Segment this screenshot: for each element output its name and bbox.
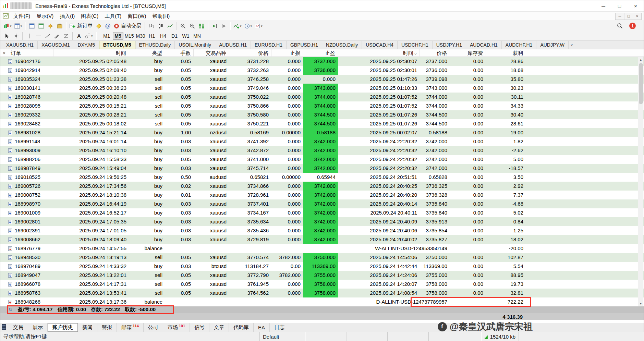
chart-tab-13[interactable]: AUDCAD,H1 xyxy=(466,41,502,49)
table-row[interactable]: 1689911482025.09.24 16:01:14buy0.03xauus… xyxy=(0,137,644,146)
new-chart-button[interactable]: ▾ xyxy=(2,22,13,31)
column-header-swap[interactable]: 库存费 xyxy=(450,49,486,58)
templates-button[interactable]: ▾ xyxy=(253,22,264,31)
chart-tab-11[interactable]: USDCHF,H1 xyxy=(398,41,433,49)
text-tool-button[interactable]: A xyxy=(74,32,84,40)
timeframe-d1-button[interactable]: D1 xyxy=(169,32,180,40)
table-row[interactable]: 1689882062025.09.24 15:58:33buy0.05xauus… xyxy=(0,155,644,164)
scroll-up-icon[interactable]: ▲ xyxy=(638,57,644,62)
table-row[interactable]: 1689989702025.09.24 16:44:19buy0.03xauus… xyxy=(0,199,644,208)
table-row[interactable]: 1690028012025.09.24 17:05:35buy0.03xauus… xyxy=(0,217,644,226)
chart-tab-12[interactable]: USDJPY,H1 xyxy=(433,41,466,49)
timeframe-m5-button[interactable]: M5 xyxy=(113,32,123,40)
terminal-button[interactable] xyxy=(55,22,64,31)
chart-tab-9[interactable]: NZDUSD,Daily xyxy=(322,41,362,49)
new-order-button[interactable]: 新订单 xyxy=(68,22,94,31)
bar-chart-button[interactable] xyxy=(147,22,156,31)
timeframe-m15-button[interactable]: M15 xyxy=(124,32,135,40)
timeframe-m30-button[interactable]: M30 xyxy=(135,32,146,40)
profiles-button[interactable]: ▾ xyxy=(13,22,24,31)
trendline-tool-button[interactable] xyxy=(43,32,52,40)
candlestick-chart-button[interactable] xyxy=(156,22,165,31)
mdi-restore-button[interactable]: □ xyxy=(624,13,633,20)
column-header-close-price[interactable]: 价格 xyxy=(420,49,450,58)
column-header-sl[interactable]: 止损 xyxy=(271,49,303,58)
table-row[interactable]: 1690087522025.09.24 18:10:38buy0.01xauus… xyxy=(0,191,644,199)
table-row[interactable]: 1689767792025.09.24 14:57:55balanceW-ALL… xyxy=(0,244,644,253)
chart-tab-1[interactable]: XAGUSD,M1 xyxy=(38,41,74,49)
metaeditor-button[interactable] xyxy=(94,22,103,31)
chart-shift-button[interactable] xyxy=(219,22,228,31)
bottom-tab-6[interactable]: 公司 xyxy=(144,323,163,332)
channel-tool-button[interactable] xyxy=(52,32,61,40)
chart-tab-2[interactable]: DXY,M5 xyxy=(74,41,99,49)
timeframe-w1-button[interactable]: W1 xyxy=(181,32,191,40)
table-row[interactable]: 1690010092025.09.24 16:52:17buy0.03xauus… xyxy=(0,208,644,217)
vertical-scrollbar[interactable]: ▲ ▼ xyxy=(638,57,643,306)
menu-item-5[interactable]: 窗口(W) xyxy=(124,12,149,21)
menu-item-4[interactable]: 工具(T) xyxy=(101,12,124,21)
bottom-tab-5[interactable]: 邮箱114 xyxy=(117,323,144,332)
column-header-lots[interactable]: 手数 xyxy=(165,49,194,58)
bottom-tab-7[interactable]: 市场101 xyxy=(163,323,190,332)
periods-button[interactable]: ▾ xyxy=(243,22,254,31)
table-row[interactable]: 1689490472025.09.24 13:22:01sell0.05xauu… xyxy=(0,271,644,280)
bottom-tab-11[interactable]: EA xyxy=(254,323,270,332)
chart-tab-5[interactable]: USOIL,Monthly xyxy=(175,41,215,49)
column-header-symbol[interactable]: 交易品种 xyxy=(194,49,229,58)
auto-scroll-button[interactable] xyxy=(210,22,219,31)
community-button[interactable]: @ xyxy=(103,22,112,31)
bottom-tab-12[interactable]: 日志 xyxy=(270,323,289,332)
table-row[interactable]: 1690293322025.09.25 00:28:21sell0.05xauu… xyxy=(0,110,644,119)
table-row[interactable]: 1690284822025.09.25 00:18:02sell0.05xauu… xyxy=(0,119,644,128)
data-window-button[interactable] xyxy=(36,22,46,31)
timeframe-h1-button[interactable]: H1 xyxy=(147,32,157,40)
table-row[interactable]: 1689704892025.09.24 14:33:32buy0.03btcus… xyxy=(0,262,644,271)
menu-item-2[interactable]: 插入(I) xyxy=(57,12,78,21)
bottom-tab-3[interactable]: 新闻 xyxy=(78,323,97,332)
column-header-type[interactable]: 类型 xyxy=(129,49,165,58)
menu-item-1[interactable]: 显示(V) xyxy=(33,12,57,21)
autotrade-button[interactable]: 自动交易 xyxy=(112,22,143,31)
crosshair-tool-button[interactable] xyxy=(11,32,21,40)
table-row[interactable]: 1689485302025.09.24 13:19:13sell0.05xauu… xyxy=(0,253,644,262)
chart-tab-10[interactable]: USDCAD,H4 xyxy=(362,41,398,49)
chart-tab-7[interactable]: EURUSD,H1 xyxy=(251,41,287,49)
cursor-tool-button[interactable] xyxy=(2,32,11,40)
zoom-in-button[interactable] xyxy=(178,22,187,31)
bottom-tab-2[interactable]: 账户历史 xyxy=(48,323,78,332)
table-row[interactable]: 1689587632025.09.24 13:53:41sell0.05xauu… xyxy=(0,289,644,297)
terminal-panel-close-icon[interactable]: × xyxy=(1,50,7,56)
mdi-close-button[interactable]: × xyxy=(633,13,641,20)
table-row[interactable]: 1689482682025.09.24 13:17:36balanceD-ALL… xyxy=(0,297,644,306)
chart-tab-4[interactable]: ETHUSD,Daily xyxy=(135,41,175,49)
scrollbar-thumb[interactable] xyxy=(639,63,643,104)
table-row[interactable]: 1690353242025.09.25 01:23:38sell0.05xauu… xyxy=(0,75,644,84)
menu-item-0[interactable]: 文件(F) xyxy=(10,12,33,21)
chart-tab-15[interactable]: AUDJPY,W xyxy=(536,41,569,49)
minimize-button[interactable]: ─ xyxy=(595,0,611,11)
menu-item-6[interactable]: 帮助(H) xyxy=(149,12,173,21)
bottom-tab-8[interactable]: 信号 xyxy=(190,323,209,332)
timeframe-mn-button[interactable]: MN xyxy=(192,32,203,40)
symbol-search-button[interactable] xyxy=(615,22,624,31)
bottom-tab-4[interactable]: 警报 xyxy=(97,323,117,332)
bottom-tab-0[interactable]: 交易 xyxy=(9,323,28,332)
table-row[interactable]: 1690287462025.09.25 00:20:48sell0.05xauu… xyxy=(0,93,644,101)
maximize-button[interactable]: □ xyxy=(611,0,628,11)
table-row[interactable]: 1690421762025.09.25 02:05:48buy0.05xauus… xyxy=(0,57,644,66)
table-row[interactable]: 1690429142025.09.25 02:08:40buy0.05xauus… xyxy=(0,66,644,75)
chart-tab-0[interactable]: XAUUSD,H1 xyxy=(2,41,38,49)
column-header-profit[interactable]: 获利 xyxy=(486,49,526,58)
vertical-line-tool-button[interactable] xyxy=(24,32,34,40)
scroll-down-icon[interactable]: ▼ xyxy=(638,301,644,306)
shapes-tool-button[interactable]: ▾ xyxy=(84,32,94,40)
chart-tab-8[interactable]: GBPUSD,H1 xyxy=(287,41,322,49)
bottom-tab-9[interactable]: 文章 xyxy=(209,323,229,332)
market-watch-button[interactable] xyxy=(27,22,36,31)
horizontal-line-tool-button[interactable] xyxy=(34,32,43,40)
chart-tab-14[interactable]: AUDCHF,H1 xyxy=(502,41,537,49)
mdi-minimize-button[interactable]: ─ xyxy=(616,13,624,20)
zoom-out-button[interactable] xyxy=(187,22,197,31)
column-header-order[interactable]: 订单 xyxy=(0,49,53,58)
